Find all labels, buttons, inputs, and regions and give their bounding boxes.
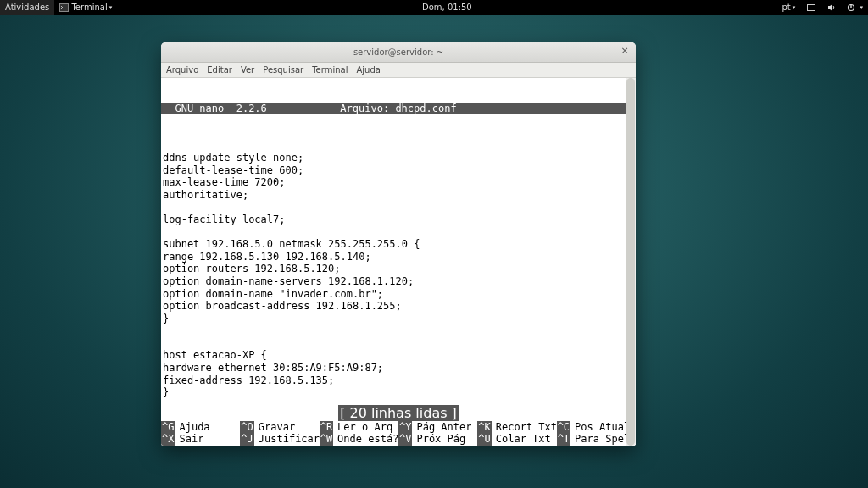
shortcut: ^YPág Anter bbox=[398, 421, 477, 434]
nano-header: GNU nano 2.2.6 Arquivo: dhcpd.conf bbox=[161, 103, 636, 114]
menu-terminal[interactable]: Terminal bbox=[312, 65, 348, 75]
terminal-icon bbox=[59, 3, 69, 12]
menu-editar[interactable]: Editar bbox=[207, 65, 232, 75]
window-title: servidor@servidor: ~ bbox=[161, 47, 636, 57]
scrollbar[interactable] bbox=[626, 78, 636, 446]
menu-pesquisar[interactable]: Pesquisar bbox=[263, 65, 303, 75]
accessibility-icon[interactable] bbox=[800, 0, 822, 15]
menu-ver[interactable]: Ver bbox=[241, 65, 254, 75]
shortcut: ^CPos Atual bbox=[557, 421, 636, 434]
shortcut: ^OGravar bbox=[240, 421, 319, 434]
menu-bar: ArquivoEditarVerPesquisarTerminalAjuda bbox=[161, 63, 636, 78]
app-menu[interactable]: Terminal▾ bbox=[54, 0, 117, 16]
svg-rect-0 bbox=[60, 3, 69, 11]
nano-status: [ 20 linhas lidas ] bbox=[161, 405, 636, 421]
shortcut: ^UColar Txt bbox=[477, 433, 556, 446]
shortcut: ^TPara Spell bbox=[557, 433, 636, 446]
nano-shortcuts: ^GAjuda^OGravar^RLer o Arq^YPág Anter^KR… bbox=[161, 421, 636, 446]
editor-content: ddns-update-style none; default-lease-ti… bbox=[161, 139, 636, 398]
shortcut: ^WOnde está? bbox=[320, 433, 398, 446]
chevron-down-icon: ▾ bbox=[793, 4, 796, 11]
menu-ajuda[interactable]: Ajuda bbox=[356, 65, 380, 75]
terminal-area[interactable]: GNU nano 2.2.6 Arquivo: dhcpd.conf ddns-… bbox=[161, 78, 636, 405]
top-bar: Atividades Terminal▾ Dom, 01:50 pt▾ ▾ bbox=[0, 0, 868, 15]
activities-button[interactable]: Atividades bbox=[0, 0, 54, 15]
shortcut: ^JJustificar bbox=[240, 433, 319, 446]
window-titlebar[interactable]: servidor@servidor: ~ × bbox=[161, 42, 636, 63]
shortcut: ^KRecort Txt bbox=[477, 421, 556, 434]
power-icon[interactable]: ▾ bbox=[842, 0, 868, 16]
shortcut: ^VPróx Pág bbox=[398, 433, 477, 446]
chevron-down-icon: ▾ bbox=[109, 4, 113, 11]
scrollbar-thumb[interactable] bbox=[626, 78, 635, 446]
clock[interactable]: Dom, 01:50 bbox=[117, 0, 776, 15]
chevron-down-icon: ▾ bbox=[860, 4, 863, 11]
volume-icon[interactable] bbox=[822, 0, 842, 15]
input-source[interactable]: pt▾ bbox=[777, 0, 801, 16]
shortcut: ^XSair bbox=[161, 433, 240, 446]
shortcut: ^GAjuda bbox=[161, 421, 240, 434]
menu-arquivo[interactable]: Arquivo bbox=[166, 65, 198, 75]
close-icon[interactable]: × bbox=[617, 45, 632, 56]
shortcut: ^RLer o Arq bbox=[320, 421, 398, 434]
terminal-window: servidor@servidor: ~ × ArquivoEditarVerP… bbox=[161, 42, 636, 446]
